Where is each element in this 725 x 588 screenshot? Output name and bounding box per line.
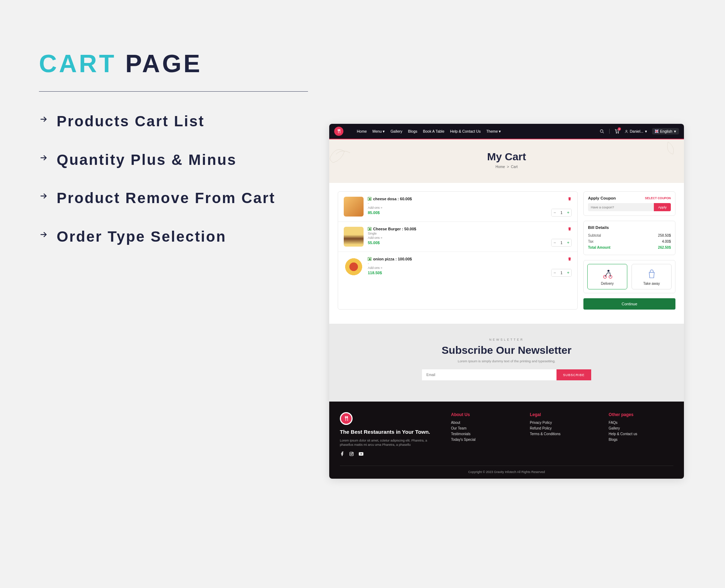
footer-link[interactable]: Terms & Conditions — [530, 432, 595, 436]
promo-left: CART PAGE Products Cart List Quantity Pl… — [39, 50, 308, 479]
order-type-takeaway[interactable]: Take away — [632, 264, 672, 289]
item-controls: − 1 + — [551, 227, 572, 247]
chevron-down-icon: ▾ — [645, 129, 647, 133]
remove-button[interactable] — [567, 227, 572, 231]
footer-link[interactable]: About — [451, 421, 516, 425]
footer-col-legal: Legal Privacy Policy Refund Policy Terms… — [530, 412, 595, 457]
user-icon — [624, 129, 628, 133]
feature-text: Order Type Selection — [57, 227, 226, 247]
nav-blogs[interactable]: Blogs — [408, 129, 417, 133]
feature-list: Products Cart List Quantity Plus & Minus… — [39, 111, 308, 247]
chevron-down-icon: ▾ — [383, 129, 385, 133]
svg-point-5 — [603, 275, 606, 278]
leaf-decoration — [329, 143, 358, 171]
item-name: cheese dosa : 60.00$ — [368, 197, 547, 201]
footer-col-title: Legal — [530, 412, 595, 417]
footer-col-other: Other pages FAQs Gallery Help & Contact … — [609, 412, 673, 457]
nav-theme[interactable]: Theme ▾ — [486, 129, 501, 133]
youtube-icon[interactable] — [358, 451, 364, 457]
breadcrumb-home[interactable]: Home — [496, 165, 505, 169]
select-coupon-link[interactable]: SELECT COUPON — [645, 196, 671, 200]
footer-brand-desc: Lorem ipsum dolor sit amet, cctetur adip… — [340, 438, 437, 447]
veg-icon — [368, 227, 371, 231]
bill-row: Tax4.00$ — [588, 238, 671, 244]
item-price: 85.00$ — [368, 211, 547, 215]
footer-col-about: About Us About Our Team Testimonials Tod… — [451, 412, 516, 457]
bill-title: Bill Details — [588, 225, 671, 230]
footer-link[interactable]: Today's Special — [451, 438, 516, 442]
title-rest: PAGE — [125, 50, 202, 77]
search-icon[interactable] — [600, 129, 604, 134]
newsletter-subscribe-button[interactable]: SUBSCRIBE — [556, 369, 591, 380]
continue-button[interactable]: Continue — [583, 298, 675, 310]
item-addons-link[interactable]: Add-ons » — [368, 266, 547, 270]
arrow-right-icon — [39, 191, 49, 201]
nav-links: Home Menu ▾ Gallery Blogs Book A Table H… — [357, 129, 501, 133]
feature-item: Quantity Plus & Minus — [39, 150, 308, 170]
divider — [609, 129, 610, 134]
qty-plus-button[interactable]: + — [565, 209, 571, 216]
nav-gallery[interactable]: Gallery — [390, 129, 402, 133]
cart-badge: 2 — [618, 127, 621, 131]
bill-total: Total Amount262.50$ — [588, 244, 671, 250]
chevron-down-icon: ▾ — [674, 129, 676, 133]
nav-book-table[interactable]: Book A Table — [423, 129, 445, 133]
svg-point-1 — [616, 133, 617, 133]
nav-help[interactable]: Help & Contact Us — [450, 129, 480, 133]
item-variant: - — [368, 202, 547, 205]
page-heading: My Cart — [329, 151, 684, 163]
language-select[interactable]: English ▾ — [652, 128, 679, 134]
remove-button[interactable] — [567, 197, 572, 201]
qty-minus-button[interactable]: − — [552, 269, 558, 276]
cart-page-screenshot: Home Menu ▾ Gallery Blogs Book A Table H… — [329, 124, 684, 479]
cart-icon[interactable]: 2 — [615, 129, 620, 134]
footer-link[interactable]: Testimonials — [451, 432, 516, 436]
veg-icon — [368, 197, 371, 201]
nav-home[interactable]: Home — [357, 129, 367, 133]
item-variant: Single — [368, 232, 547, 235]
qty-value: 1 — [558, 211, 565, 215]
qty-plus-button[interactable]: + — [565, 269, 571, 276]
footer-link[interactable]: FAQs — [609, 421, 673, 425]
takeaway-icon — [646, 268, 658, 280]
qty-minus-button[interactable]: − — [552, 239, 558, 246]
qty-value: 1 — [558, 271, 565, 275]
newsletter-section: NEWSLETTER Subscribe Our Newsletter Lore… — [329, 324, 684, 402]
copyright: Copyright © 2023 Gravity Infotech All Ri… — [340, 466, 673, 474]
footer-link[interactable]: Refund Policy — [530, 426, 595, 430]
item-name: onion pizza : 100.00$ — [368, 257, 547, 261]
product-image — [344, 197, 364, 217]
instagram-icon[interactable] — [349, 451, 355, 457]
item-info: cheese dosa : 60.00$ - Add-ons » 85.00$ — [368, 197, 547, 215]
remove-button[interactable] — [567, 257, 572, 261]
quantity-stepper: − 1 + — [551, 269, 572, 277]
footer-link[interactable]: Blogs — [609, 438, 673, 442]
footer-link[interactable]: Help & Contact us — [609, 432, 673, 436]
newsletter-email-input[interactable] — [422, 369, 556, 380]
coupon-panel: Apply Coupon SELECT COUPON Apply — [583, 191, 675, 216]
main-content: cheese dosa : 60.00$ - Add-ons » 85.00$ … — [329, 183, 684, 324]
footer-col-title: About Us — [451, 412, 516, 417]
item-addons-link[interactable]: Add-ons » — [368, 236, 547, 240]
footer-link[interactable]: Privacy Policy — [530, 421, 595, 425]
brand-logo[interactable] — [334, 127, 343, 136]
nav-menu[interactable]: Menu ▾ — [372, 129, 385, 133]
order-type-delivery[interactable]: Delivery — [587, 264, 627, 289]
footer-link[interactable]: Gallery — [609, 426, 673, 430]
user-menu[interactable]: Daniel... ▾ — [624, 129, 647, 133]
order-type-panel: Delivery Take away — [583, 260, 675, 293]
footer-link[interactable]: Our Team — [451, 426, 516, 430]
feature-item: Order Type Selection — [39, 227, 308, 247]
qty-plus-button[interactable]: + — [565, 239, 571, 246]
footer-brand-title: The Best Restaurants in Your Town. — [340, 428, 437, 436]
facebook-icon[interactable] — [340, 451, 346, 457]
item-addons-link[interactable]: Add-ons » — [368, 206, 547, 209]
delivery-icon — [601, 268, 613, 280]
apply-coupon-button[interactable]: Apply — [654, 203, 671, 211]
bill-panel: Bill Details Subtotal258.50$ Tax4.00$ To… — [583, 221, 675, 255]
coupon-input[interactable] — [588, 203, 654, 211]
breadcrumb: Home > Cart — [329, 165, 684, 169]
item-variant: - — [368, 262, 547, 265]
qty-minus-button[interactable]: − — [552, 209, 558, 216]
sidebar: Apply Coupon SELECT COUPON Apply Bill De… — [583, 191, 675, 310]
